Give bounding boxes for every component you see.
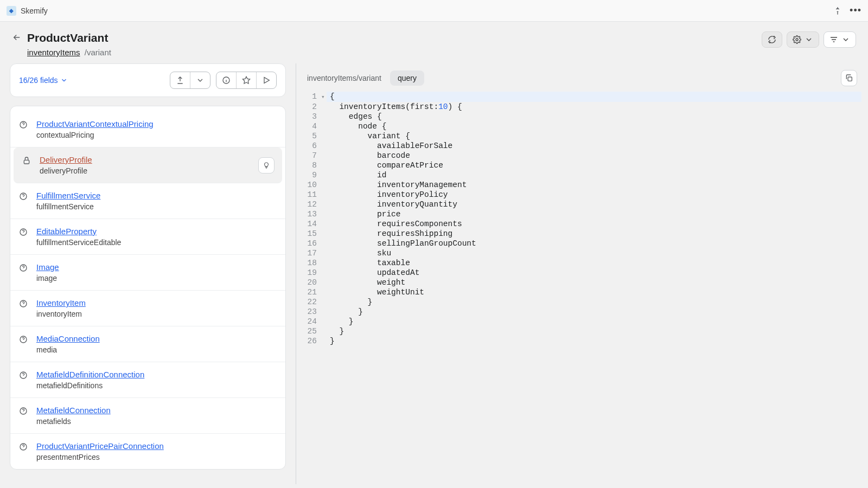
fold-marker [321,248,327,258]
code-line: 18 taxable [303,258,861,268]
fold-marker [321,190,327,200]
code-text: inventoryPolicy [327,190,861,200]
field-type-link[interactable]: Image [36,262,59,272]
code-line: 10 inventoryManagement [303,180,861,190]
code-text: compareAtPrice [327,160,861,170]
field-row[interactable]: Imageimage [10,255,285,291]
code-line: 26} [303,336,861,346]
field-row[interactable]: InventoryIteminventoryItem [10,291,285,326]
help-icon [19,371,29,381]
copy-button[interactable] [841,70,857,86]
code-line: 17 sku [303,248,861,258]
fold-marker [321,112,327,121]
line-number: 15 [303,229,321,239]
code-text: requiresShipping [327,229,861,239]
refresh-button[interactable] [762,31,782,48]
field-name-label: presentmentPrices [36,453,164,461]
fold-marker [321,268,327,278]
code-text: inventoryManagement [327,180,861,190]
line-number: 11 [303,190,321,200]
field-type-link[interactable]: FulfillmentService [36,191,100,200]
more-menu-icon[interactable]: ••• [850,5,861,16]
fold-marker [321,297,327,307]
field-type-link[interactable]: MetafieldConnection [36,406,111,415]
field-type-link[interactable]: ProductVariantContextualPricing [36,119,154,129]
main: 16/26 fields [0,63,868,484]
code-line: 7 barcode [303,151,861,160]
fold-marker [321,180,327,190]
fold-marker [321,229,327,239]
line-number: 22 [303,297,321,307]
svg-rect-12 [848,77,852,81]
export-menu-button[interactable] [190,72,210,88]
line-number: 20 [303,278,321,287]
code-text: requiresComponents [327,219,861,229]
info-button[interactable] [216,72,236,88]
fields-list: ProductVariantContextualPricingcontextua… [10,106,286,470]
svg-point-0 [796,38,798,41]
code-line: 22 } [303,297,861,307]
page-header: ProductVariant inventoryItems /variant [0,22,868,63]
help-icon [19,120,29,131]
line-number: 4 [303,121,321,131]
help-icon [19,335,29,345]
fold-marker [321,258,327,268]
code-line: 3 edges { [303,112,861,121]
export-button[interactable] [170,72,190,88]
fields-sidebar: 16/26 fields [0,63,296,484]
field-type-link[interactable]: InventoryItem [36,298,86,307]
field-row[interactable]: MetafieldConnectionmetafields [10,398,285,434]
action-button-group [216,72,277,89]
field-type-link[interactable]: DeliveryProfile [40,155,92,164]
hint-icon[interactable] [258,157,275,174]
field-name-label: fulfillmentService [36,202,100,211]
settings-button[interactable] [787,31,819,48]
field-row[interactable]: MediaConnectionmedia [10,326,285,362]
line-number: 7 [303,151,321,160]
help-icon [19,192,29,202]
query-panel: inventoryItems/variant query 1▾{2 invent… [296,63,868,484]
fields-count-label: 16/26 fields [19,76,58,85]
field-name-label: image [36,274,59,282]
run-button[interactable] [256,72,276,88]
field-type-link[interactable]: MediaConnection [36,334,100,343]
fold-marker: ▾ [321,92,327,102]
field-row[interactable]: EditablePropertyfulfillmentServiceEditab… [10,219,285,255]
field-row[interactable]: DeliveryProfiledeliveryProfile [14,147,282,183]
field-type-link[interactable]: MetafieldDefinitionConnection [36,370,144,379]
field-type-link[interactable]: EditableProperty [36,227,121,236]
code-editor[interactable]: 1▾{2 inventoryItems(first:10) {3 edges {… [303,88,861,478]
breadcrumb-link[interactable]: inventoryItems [27,48,80,57]
fields-count-dropdown[interactable]: 16/26 fields [19,76,68,85]
query-tab[interactable]: query [390,70,424,86]
code-text: variant { [327,131,861,141]
filter-button[interactable] [824,31,856,48]
field-type-link[interactable]: ProductVariantPricePairConnection [36,441,164,451]
fold-marker [321,307,327,317]
fold-marker [321,151,327,160]
code-line: 9 id [303,170,861,180]
fold-marker [321,121,327,131]
pin-icon[interactable] [833,7,842,15]
fold-marker [321,239,327,248]
line-number: 1 [303,92,321,102]
code-line: 23 } [303,307,861,317]
field-row[interactable]: ProductVariantContextualPricingcontextua… [10,112,285,147]
fold-marker [321,160,327,170]
field-row[interactable]: ProductVariantPricePairConnectionpresent… [10,434,285,469]
field-name-label: media [36,345,100,354]
star-button[interactable] [236,72,256,88]
field-row[interactable]: FulfillmentServicefulfillmentService [10,183,285,219]
back-button[interactable] [12,33,22,44]
field-name-label: inventoryItem [36,310,86,318]
lock-icon [22,156,32,166]
code-text: weightUnit [327,287,861,297]
line-number: 8 [303,160,321,170]
code-line: 24 } [303,317,861,326]
field-row[interactable]: MetafieldDefinitionConnectionmetafieldDe… [10,362,285,398]
line-number: 12 [303,200,321,209]
code-text: edges { [327,112,861,121]
line-number: 13 [303,209,321,219]
field-name-label: contextualPricing [36,131,154,139]
line-number: 5 [303,131,321,141]
